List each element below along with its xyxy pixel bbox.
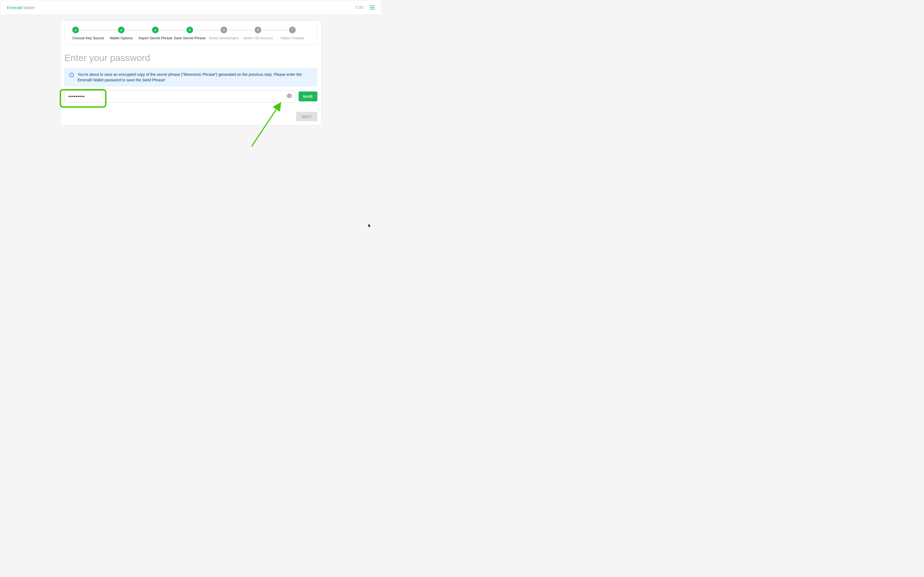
- cursor-icon: [368, 223, 372, 229]
- save-button[interactable]: SAVE: [299, 92, 317, 102]
- password-row: SAVE: [65, 90, 317, 103]
- app-header: Emerald Wallet 0.00: [0, 0, 382, 15]
- step-number-icon: 7: [289, 27, 296, 33]
- check-icon: [118, 27, 124, 33]
- step-number-icon: 4: [186, 27, 193, 33]
- password-input[interactable]: [68, 94, 283, 99]
- svg-point-3: [289, 95, 290, 97]
- step-6: 6Select HD Account: [241, 27, 275, 40]
- wizard-card: Choose Key SourceWallet OptionsImport Se…: [60, 20, 321, 125]
- eye-icon[interactable]: [286, 93, 292, 100]
- brand: Emerald Wallet: [7, 5, 35, 10]
- next-row: NEXT: [65, 112, 317, 121]
- step-label: Choose Key Source: [72, 36, 104, 40]
- step-label: Select Blockchains: [209, 36, 239, 40]
- step-number-icon: 6: [255, 27, 261, 33]
- step-2: Wallet Options: [104, 27, 138, 40]
- menu-icon[interactable]: [370, 5, 375, 9]
- check-icon: [72, 27, 79, 33]
- info-alert: You're about to save an encrypted copy o…: [65, 68, 317, 87]
- step-4: 4Save Secret Phrase: [173, 27, 207, 40]
- brand-secondary: Wallet: [22, 5, 35, 10]
- stepper: Choose Key SourceWallet OptionsImport Se…: [65, 20, 317, 45]
- step-label: Select HD Account: [243, 36, 273, 40]
- brand-primary: Emerald: [7, 5, 22, 10]
- password-field-wrap[interactable]: [65, 90, 296, 103]
- step-number-icon: 5: [221, 27, 227, 33]
- check-icon: [152, 27, 159, 33]
- step-7: 7Wallet Created: [275, 27, 309, 40]
- next-button[interactable]: NEXT: [296, 112, 317, 121]
- step-label: Save Secret Phrase: [174, 36, 206, 40]
- info-alert-text: You're about to save an encrypted copy o…: [78, 72, 313, 83]
- step-label: Import Secret Phrase: [139, 36, 173, 40]
- page-title: Enter your password: [65, 53, 317, 63]
- step-5: 5Select Blockchains: [207, 27, 241, 40]
- balance-amount: 0.00: [356, 5, 363, 10]
- step-1: Choose Key Source: [72, 27, 104, 40]
- step-3: Import Secret Phrase: [138, 27, 173, 40]
- info-icon: [69, 72, 74, 83]
- step-label: Wallet Created: [281, 36, 304, 40]
- step-label: Wallet Options: [110, 36, 133, 40]
- header-right: 0.00: [356, 5, 375, 10]
